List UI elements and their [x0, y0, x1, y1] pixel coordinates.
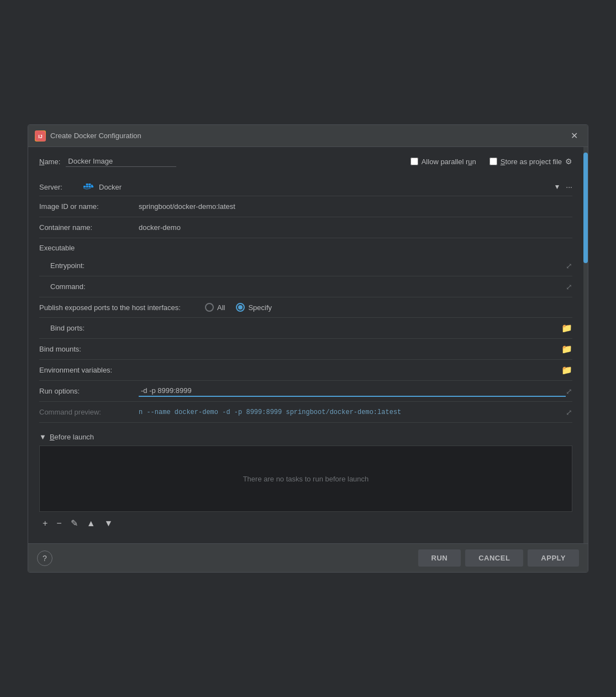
- store-project-checkbox[interactable]: [489, 158, 497, 165]
- svg-rect-4: [88, 186, 91, 187]
- before-launch-label: Before launch: [50, 433, 94, 441]
- allow-parallel-checkbox-item[interactable]: Allow parallel run: [410, 158, 476, 166]
- store-project-checkbox-item[interactable]: Store as project file ⚙: [489, 157, 572, 166]
- run-options-input[interactable]: [139, 385, 566, 397]
- scrollbar[interactable]: [583, 147, 588, 543]
- docker-icon: [83, 182, 94, 191]
- server-dropdown-arrow[interactable]: ▼: [554, 183, 560, 191]
- bind-ports-row: Bind ports: 📁: [39, 318, 572, 339]
- before-launch-toolbar: + − ✎ ▲ ▼: [39, 512, 572, 534]
- container-name-value: docker-demo: [139, 223, 572, 232]
- name-label: Name:: [39, 158, 60, 166]
- run-options-label: Run options:: [39, 387, 139, 395]
- before-launch-collapse-icon: ▼: [39, 433, 46, 441]
- container-name-label: Container name:: [39, 223, 139, 232]
- cancel-button[interactable]: CANCEL: [465, 549, 523, 567]
- allow-parallel-label: Allow parallel run: [422, 158, 476, 166]
- radio-all-circle[interactable]: [205, 303, 214, 312]
- entrypoint-label: Entrypoint:: [39, 261, 139, 270]
- svg-rect-2: [83, 186, 86, 187]
- bind-mounts-folder-icon[interactable]: 📁: [561, 344, 572, 354]
- server-controls: ▼ ···: [554, 182, 572, 191]
- move-up-button[interactable]: ▲: [83, 517, 99, 530]
- radio-specify-dot: [238, 305, 243, 310]
- title-bar: IJ Create Docker Configuration ✕: [28, 125, 588, 147]
- ports-section: Publish exposed ports to the host interf…: [39, 297, 572, 318]
- app-icon: IJ: [35, 130, 46, 142]
- top-row: Name: Allow parallel run Store as projec…: [39, 156, 572, 167]
- svg-text:IJ: IJ: [38, 134, 43, 139]
- entrypoint-expand-icon[interactable]: ⤢: [566, 261, 572, 270]
- command-preview-label: Command preview:: [39, 408, 139, 416]
- server-name: Docker: [99, 183, 122, 191]
- image-id-row: Image ID or name: springboot/docker-demo…: [39, 196, 572, 217]
- run-options-expand-icon[interactable]: ⤢: [566, 387, 572, 396]
- svg-rect-3: [86, 186, 88, 187]
- bind-mounts-input[interactable]: [139, 344, 561, 355]
- move-down-button[interactable]: ▼: [101, 517, 117, 530]
- bind-ports-input[interactable]: [139, 323, 561, 334]
- server-row: Server:: [39, 178, 572, 196]
- help-button[interactable]: ?: [37, 551, 52, 566]
- add-task-button[interactable]: +: [39, 517, 51, 530]
- env-vars-folder-icon[interactable]: 📁: [561, 365, 572, 375]
- command-preview-value: n --name docker-demo -d -p 8999:8999 spr…: [139, 408, 566, 416]
- top-checkboxes: Allow parallel run Store as project file…: [410, 157, 572, 166]
- bind-mounts-row: Bind mounts: 📁: [39, 339, 572, 360]
- title-bar-left: IJ Create Docker Configuration: [35, 130, 141, 142]
- close-button[interactable]: ✕: [567, 129, 581, 142]
- form-section: Server:: [39, 178, 572, 423]
- no-tasks-text: There are no tasks to run before launch: [243, 475, 369, 483]
- command-preview-row: Command preview: n --name docker-demo -d…: [39, 402, 572, 423]
- before-launch-header[interactable]: ▼ Before launch: [39, 428, 572, 446]
- run-options-row: Run options: ⤢: [39, 381, 572, 402]
- allow-parallel-checkbox[interactable]: [410, 158, 418, 165]
- run-button[interactable]: RUN: [418, 549, 461, 567]
- command-row: Command: ⤢: [39, 276, 572, 297]
- executable-header: Executable: [39, 238, 572, 255]
- name-section: Name:: [39, 156, 176, 167]
- command-input[interactable]: [139, 281, 566, 292]
- command-label: Command:: [39, 282, 139, 291]
- before-launch-section: ▼ Before launch There are no tasks to ru…: [39, 428, 572, 534]
- entrypoint-input[interactable]: [139, 260, 566, 271]
- command-preview-expand-icon[interactable]: ⤢: [566, 408, 572, 417]
- env-vars-row: Environment variables: 📁: [39, 360, 572, 381]
- svg-rect-6: [86, 184, 88, 185]
- image-id-value: springboot/docker-demo:latest: [139, 202, 572, 211]
- env-vars-label: Environment variables:: [39, 366, 139, 374]
- bind-mounts-label: Bind mounts:: [39, 345, 139, 353]
- container-name-row: Container name: docker-demo: [39, 217, 572, 238]
- radio-specify-label: Specify: [248, 303, 272, 312]
- server-label: Server:: [39, 183, 83, 191]
- bind-ports-label: Bind ports:: [39, 324, 139, 332]
- command-expand-icon[interactable]: ⤢: [566, 282, 572, 291]
- radio-specify-item[interactable]: Specify: [236, 303, 272, 312]
- bind-ports-folder-icon[interactable]: 📁: [561, 323, 572, 333]
- remove-task-button[interactable]: −: [53, 517, 65, 530]
- name-input[interactable]: [66, 156, 176, 167]
- radio-all-item[interactable]: All: [205, 303, 225, 312]
- dialog-title: Create Docker Configuration: [50, 132, 141, 140]
- server-select-area: Docker: [83, 182, 554, 191]
- executable-label: Executable: [39, 244, 75, 252]
- before-launch-body: There are no tasks to run before launch: [39, 446, 572, 512]
- apply-button[interactable]: APPLY: [528, 549, 579, 567]
- image-id-label: Image ID or name:: [39, 202, 139, 211]
- radio-all-label: All: [217, 303, 225, 312]
- svg-rect-5: [88, 184, 91, 185]
- ports-label: Publish exposed ports to the host interf…: [39, 303, 205, 312]
- main-content: Name: Allow parallel run Store as projec…: [28, 147, 583, 543]
- dialog-body: Name: Allow parallel run Store as projec…: [28, 147, 588, 543]
- svg-point-8: [91, 185, 93, 186]
- edit-task-button[interactable]: ✎: [67, 516, 81, 530]
- store-project-label: Store as project file: [501, 158, 562, 166]
- entrypoint-row: Entrypoint: ⤢: [39, 255, 572, 276]
- scrollbar-thumb[interactable]: [583, 153, 588, 263]
- dialog-footer: ? RUN CANCEL APPLY: [28, 543, 588, 572]
- server-more-button[interactable]: ···: [566, 182, 572, 191]
- radio-specify-circle[interactable]: [236, 303, 245, 312]
- env-vars-input[interactable]: [139, 365, 561, 376]
- gear-icon[interactable]: ⚙: [565, 157, 572, 166]
- footer-buttons: RUN CANCEL APPLY: [418, 549, 580, 567]
